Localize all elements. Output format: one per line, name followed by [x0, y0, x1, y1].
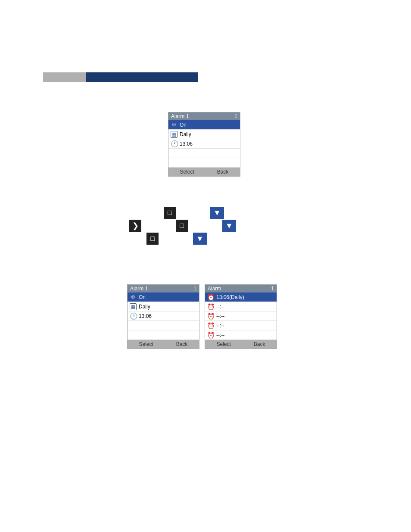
bottom-right-select-button[interactable]: Select	[216, 341, 230, 347]
checkbox-icon-1[interactable]: □	[164, 207, 176, 219]
bottom-left-alarm-header: Alarm 1 1	[128, 285, 199, 292]
clock-icon: 🕐	[171, 140, 177, 147]
nav-row-2: ❯ □ ▼	[129, 220, 236, 232]
alarm-on-label: On	[180, 122, 187, 128]
bottom-right-alarm-label-2: --:--	[216, 313, 224, 319]
bottom-right-alarm-icon-2: ⏰	[207, 313, 214, 320]
bottom-right-alarm-label-4: --:--	[216, 332, 224, 338]
bottom-right-alarm-icon-3: ⏰	[207, 322, 214, 329]
progress-bar-gray	[43, 72, 86, 82]
top-alarm-number: 1	[234, 113, 237, 119]
bottom-right-alarm-row-2[interactable]: ⏰ --:--	[205, 311, 277, 321]
alarm-row-daily[interactable]: Daily	[168, 130, 240, 139]
nav-row-1: □ ▼	[164, 207, 224, 219]
alarm-row-empty-2	[168, 158, 240, 168]
top-alarm-footer: Select Back	[168, 168, 240, 176]
bottom-left-alarm-daily-label: Daily	[139, 304, 150, 310]
bottom-right-alarm-title: Alarm	[208, 286, 221, 292]
alarm-row-empty-1	[168, 149, 240, 158]
bottom-left-select-button[interactable]: Select	[139, 341, 153, 347]
bottom-right-back-button[interactable]: Back	[254, 341, 265, 347]
bottom-right-alarm-row-1[interactable]: ⏰ --:--	[205, 302, 277, 311]
bottom-left-alarm-title: Alarm 1	[130, 286, 148, 292]
bottom-right-alarm-icon-0: ⏰	[207, 294, 214, 301]
bottom-left-alarm-row-empty-2	[128, 330, 199, 340]
bottom-right-alarm-number: 1	[271, 286, 274, 292]
arrow-down-icon-2[interactable]: ▼	[222, 220, 236, 232]
bottom-left-alarm-row-daily[interactable]: Daily	[128, 302, 199, 311]
arrow-down-icon-1[interactable]: ▼	[210, 207, 224, 219]
bottom-left-alarm-row-time[interactable]: 🕐 13:06	[128, 311, 199, 321]
bottom-left-alarm-panel: Alarm 1 1 On Daily 🕐 13:06 Select Back	[127, 284, 199, 349]
bottom-right-alarm-row-0[interactable]: ⏰ 13:06(Daily)	[205, 292, 277, 302]
top-select-button[interactable]: Select	[180, 169, 194, 175]
bottom-right-alarm-panel: Alarm 1 ⏰ 13:06(Daily) ⏰ --:-- ⏰ --:-- ⏰…	[205, 284, 277, 349]
alarm-row-on[interactable]: On	[168, 120, 240, 130]
bottom-right-alarm-row-4[interactable]: ⏰ --:--	[205, 330, 277, 340]
bottom-right-alarm-row-3[interactable]: ⏰ --:--	[205, 321, 277, 330]
bottom-left-alarm-footer: Select Back	[128, 340, 199, 348]
bottom-left-clock-icon: 🕐	[130, 313, 137, 320]
bottom-right-alarm-label-1: --:--	[216, 304, 224, 310]
alarm-row-time[interactable]: 🕐 13:06	[168, 139, 240, 149]
arrow-right-icon[interactable]: ❯	[129, 220, 141, 232]
top-alarm-header: Alarm 1 1	[168, 112, 240, 120]
bottom-left-alarm-time-label: 13:06	[139, 313, 152, 319]
bottom-left-person-icon	[130, 294, 137, 301]
bottom-right-alarm-icon-4: ⏰	[207, 332, 214, 339]
top-back-button[interactable]: Back	[217, 169, 229, 175]
bottom-right-alarm-icon-1: ⏰	[207, 303, 214, 310]
person-icon	[171, 121, 177, 128]
calendar-icon	[171, 131, 177, 138]
top-alarm-title: Alarm 1	[171, 113, 189, 119]
bottom-left-calendar-icon	[130, 303, 137, 310]
bottom-right-alarm-footer: Select Back	[205, 340, 277, 348]
alarm-daily-label: Daily	[180, 131, 191, 137]
bottom-right-alarm-label-0: 13:06(Daily)	[216, 294, 244, 300]
bottom-left-alarm-number: 1	[193, 286, 196, 292]
progress-bar-blue	[86, 72, 198, 82]
checkbox-icon-2[interactable]: □	[176, 220, 188, 232]
checkbox-icon-3[interactable]: □	[146, 233, 159, 245]
top-alarm-panel: Alarm 1 1 On Daily 🕐 13:06 Select Back	[168, 112, 240, 177]
bottom-left-alarm-row-on[interactable]: On	[128, 292, 199, 302]
bottom-left-alarm-on-label: On	[139, 294, 146, 300]
bottom-right-alarm-label-3: --:--	[216, 323, 224, 329]
nav-row-3: □ ▼	[146, 233, 207, 245]
progress-bar	[43, 72, 198, 82]
bottom-left-back-button[interactable]: Back	[176, 341, 188, 347]
bottom-left-alarm-row-empty-1	[128, 321, 199, 330]
alarm-time-label: 13:06	[180, 141, 193, 147]
bottom-right-alarm-header: Alarm 1	[205, 285, 277, 292]
arrow-down-icon-3[interactable]: ▼	[193, 233, 207, 245]
